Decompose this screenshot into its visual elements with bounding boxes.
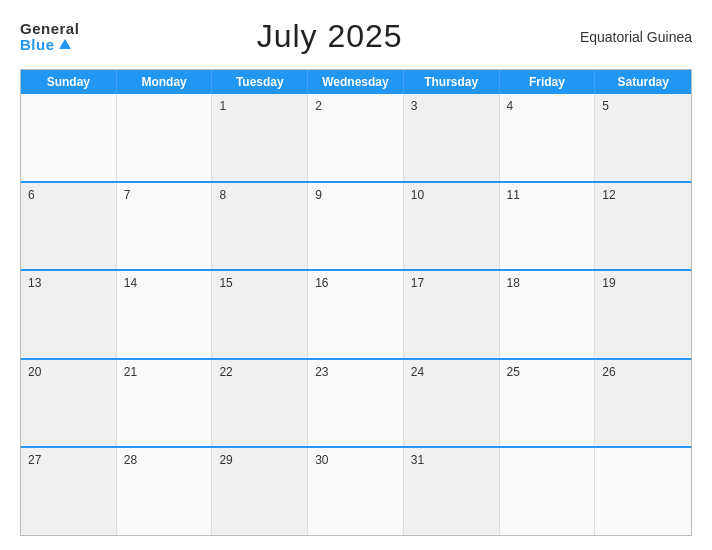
cell-w4-sun: 20	[21, 360, 117, 447]
cell-w2-tue: 8	[212, 183, 308, 270]
week-1: 1 2 3 4 5	[21, 94, 691, 183]
cell-w5-tue: 29	[212, 448, 308, 535]
cell-w3-sat: 19	[595, 271, 691, 358]
cell-w3-sun: 13	[21, 271, 117, 358]
cell-w4-tue: 22	[212, 360, 308, 447]
cell-w2-fri: 11	[500, 183, 596, 270]
cell-w2-thu: 10	[404, 183, 500, 270]
cell-w2-sun: 6	[21, 183, 117, 270]
cell-w1-sat: 5	[595, 94, 691, 181]
country-label: Equatorial Guinea	[580, 29, 692, 45]
cell-w1-sun	[21, 94, 117, 181]
cell-w2-sat: 12	[595, 183, 691, 270]
cell-w5-wed: 30	[308, 448, 404, 535]
cell-w4-sat: 26	[595, 360, 691, 447]
calendar: Sunday Monday Tuesday Wednesday Thursday…	[20, 69, 692, 536]
week-3: 13 14 15 16 17 18 19	[21, 271, 691, 360]
cell-w3-wed: 16	[308, 271, 404, 358]
cell-w3-thu: 17	[404, 271, 500, 358]
col-thursday: Thursday	[404, 70, 500, 94]
calendar-body: 1 2 3 4 5 6 7 8 9 10 11 12 13 14 15	[21, 94, 691, 535]
cell-w4-thu: 24	[404, 360, 500, 447]
col-tuesday: Tuesday	[212, 70, 308, 94]
cell-w1-mon	[117, 94, 213, 181]
cell-w4-fri: 25	[500, 360, 596, 447]
cell-w1-thu: 3	[404, 94, 500, 181]
col-sunday: Sunday	[21, 70, 117, 94]
cell-w5-thu: 31	[404, 448, 500, 535]
cell-w2-wed: 9	[308, 183, 404, 270]
cell-w4-wed: 23	[308, 360, 404, 447]
cell-w5-fri	[500, 448, 596, 535]
logo-triangle-icon	[59, 39, 71, 49]
logo-blue-text: Blue	[20, 36, 55, 53]
cell-w5-sat	[595, 448, 691, 535]
cell-w4-mon: 21	[117, 360, 213, 447]
col-saturday: Saturday	[595, 70, 691, 94]
calendar-header: Sunday Monday Tuesday Wednesday Thursday…	[21, 70, 691, 94]
cell-w1-wed: 2	[308, 94, 404, 181]
cell-w3-tue: 15	[212, 271, 308, 358]
logo: General Blue	[20, 21, 79, 53]
week-2: 6 7 8 9 10 11 12	[21, 183, 691, 272]
col-wednesday: Wednesday	[308, 70, 404, 94]
logo-general-text: General	[20, 21, 79, 36]
cell-w5-mon: 28	[117, 448, 213, 535]
cell-w1-tue: 1	[212, 94, 308, 181]
logo-blue-row: Blue	[20, 36, 71, 53]
cell-w3-mon: 14	[117, 271, 213, 358]
col-monday: Monday	[117, 70, 213, 94]
cell-w5-sun: 27	[21, 448, 117, 535]
month-title: July 2025	[257, 18, 403, 55]
cell-w2-mon: 7	[117, 183, 213, 270]
week-4: 20 21 22 23 24 25 26	[21, 360, 691, 449]
cell-w3-fri: 18	[500, 271, 596, 358]
calendar-page: General Blue July 2025 Equatorial Guinea…	[0, 0, 712, 550]
week-5: 27 28 29 30 31	[21, 448, 691, 535]
cell-w1-fri: 4	[500, 94, 596, 181]
header: General Blue July 2025 Equatorial Guinea	[20, 18, 692, 55]
col-friday: Friday	[500, 70, 596, 94]
